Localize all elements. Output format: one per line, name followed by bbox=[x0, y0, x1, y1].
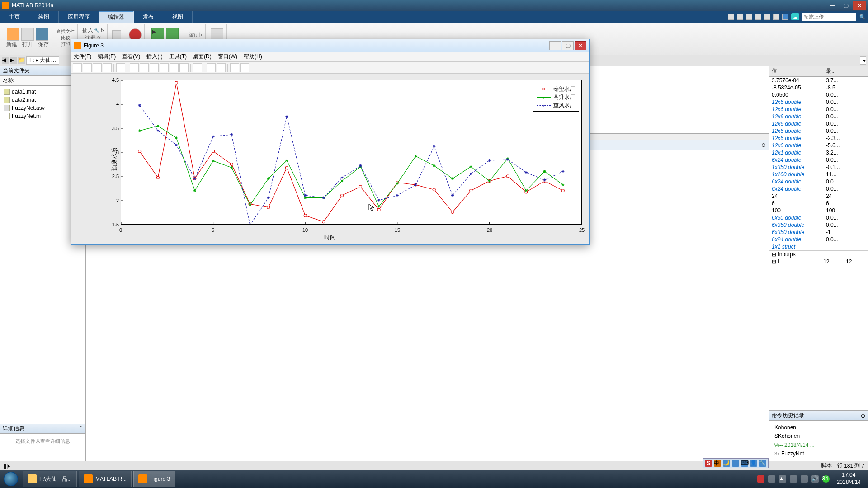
tab-home[interactable]: 主页 bbox=[0, 11, 29, 23]
goto-icon[interactable] bbox=[112, 30, 121, 39]
tray-icon[interactable] bbox=[757, 475, 764, 483]
fig-pan-icon[interactable] bbox=[150, 63, 159, 72]
taskbar-item[interactable]: F:\大仙一品... bbox=[23, 471, 77, 487]
doc-search[interactable]: 🔍 bbox=[859, 13, 866, 21]
figure-titlebar[interactable]: Figure 3 — ▢ ✕ bbox=[71, 39, 589, 52]
fig-layout-icon[interactable] bbox=[240, 63, 249, 72]
chart-axes[interactable] bbox=[121, 80, 582, 225]
fig-new-icon[interactable] bbox=[73, 63, 82, 72]
details-collapse-icon[interactable]: ˅ bbox=[80, 426, 83, 432]
forward-icon[interactable]: ▶ bbox=[10, 57, 17, 64]
fig-minimize-button[interactable]: — bbox=[549, 41, 561, 50]
workspace-row[interactable]: 12x6 double0.0... bbox=[769, 99, 868, 106]
start-button[interactable] bbox=[0, 470, 22, 488]
menu-help[interactable]: 帮助(H) bbox=[244, 53, 262, 61]
fig-maximize-button[interactable]: ▢ bbox=[562, 41, 574, 50]
fig-zoomin-icon[interactable] bbox=[130, 63, 139, 72]
history-item[interactable]: Kohonen bbox=[774, 423, 863, 432]
menu-window[interactable]: 窗口(W) bbox=[218, 53, 237, 61]
tray-volume-icon[interactable]: 🔊 bbox=[811, 475, 819, 483]
ime-toolbar[interactable]: S 中 🌙 ⌨ 👤 🔧 bbox=[703, 458, 769, 468]
taskbar-item[interactable]: MATLAB R... bbox=[79, 471, 132, 487]
up-icon[interactable]: 📁 bbox=[18, 57, 25, 64]
ime-icon[interactable]: 中 bbox=[714, 460, 721, 467]
workspace-row[interactable]: 6x24 double0.0... bbox=[769, 185, 868, 192]
tab-editor[interactable]: 编辑器 bbox=[99, 11, 134, 23]
menu-file[interactable]: 文件(F) bbox=[74, 53, 91, 61]
cloud-upload-label[interactable]: 拓施上传 bbox=[802, 13, 856, 21]
back-icon[interactable]: ◀ bbox=[2, 57, 9, 64]
run-section-label[interactable]: 运行节 bbox=[189, 32, 203, 38]
path-field[interactable]: F: ▸ 大仙… bbox=[26, 56, 59, 65]
menu-tools[interactable]: 工具(T) bbox=[169, 53, 187, 61]
workspace-row[interactable]: 0.05000.0... bbox=[769, 91, 868, 99]
path-dropdown[interactable]: ▾ bbox=[860, 56, 866, 65]
ime-icon[interactable]: 👤 bbox=[750, 460, 757, 467]
fig-close-button[interactable]: ✕ bbox=[575, 41, 586, 50]
quick-icon[interactable] bbox=[755, 14, 761, 20]
history-item[interactable]: %-- 2018/4/14 ... bbox=[774, 441, 863, 450]
tray-icon[interactable] bbox=[768, 475, 775, 483]
close-button[interactable]: ✕ bbox=[853, 1, 866, 10]
ime-icon[interactable]: 🔧 bbox=[759, 460, 766, 467]
menu-insert[interactable]: 插入(I) bbox=[146, 53, 162, 61]
col-value[interactable]: 值 bbox=[769, 66, 823, 76]
open-icon[interactable] bbox=[21, 28, 34, 41]
insert-label[interactable]: 插入 bbox=[82, 27, 93, 33]
menu-view[interactable]: 查看(V) bbox=[122, 53, 140, 61]
workspace-row[interactable]: 12x6 double0.0... bbox=[769, 113, 868, 120]
fig-datacursor-icon[interactable] bbox=[170, 63, 179, 72]
history-options-icon[interactable]: ⊙ bbox=[861, 413, 865, 419]
fig-rotate-icon[interactable] bbox=[160, 63, 169, 72]
ime-icon[interactable]: ⌨ bbox=[741, 460, 748, 467]
taskbar-clock[interactable]: 17:04 2018/4/14 bbox=[833, 472, 864, 486]
col-name-label[interactable]: 名称 bbox=[3, 77, 14, 84]
ime-icon[interactable] bbox=[732, 460, 739, 467]
print-label[interactable]: 打印 bbox=[61, 41, 70, 47]
workspace-row[interactable]: 6x350 double-1 bbox=[769, 229, 868, 236]
tray-icon[interactable]: ▲ bbox=[779, 475, 786, 483]
fig-brush-icon[interactable] bbox=[179, 63, 189, 72]
workspace-row[interactable]: 6x24 double0.0... bbox=[769, 178, 868, 185]
fig-zoomout-icon[interactable] bbox=[140, 63, 149, 72]
quick-icon[interactable] bbox=[737, 14, 743, 20]
new-icon[interactable] bbox=[7, 28, 19, 41]
workspace-row[interactable]: 12x6 double-5.6... bbox=[769, 142, 868, 149]
cloud-icon[interactable]: ☁ bbox=[791, 13, 799, 20]
maximize-button[interactable]: ▢ bbox=[839, 1, 853, 10]
taskbar-item[interactable]: Figure 3 bbox=[133, 471, 175, 487]
ws-extra-row[interactable]: ⊞i 12 12 bbox=[769, 258, 868, 265]
fig-link-icon[interactable] bbox=[193, 63, 202, 72]
compare-label[interactable]: 比较 bbox=[61, 35, 70, 41]
fig-colorbar-icon[interactable] bbox=[207, 63, 216, 72]
quick-icon[interactable] bbox=[764, 14, 770, 20]
chart-legend[interactable]: 秦玺水厂 *高升水厂 *重风水厂 bbox=[533, 83, 579, 112]
fig-save-icon[interactable] bbox=[93, 63, 102, 72]
tray-battery-icon[interactable] bbox=[801, 475, 808, 483]
workspace-row[interactable]: 6x50 double0.0... bbox=[769, 214, 868, 221]
quick-icon[interactable] bbox=[746, 14, 752, 20]
save-icon[interactable] bbox=[36, 28, 48, 41]
workspace-row[interactable]: 1x1 struct bbox=[769, 243, 868, 250]
workspace-row[interactable]: 12x6 double0.0... bbox=[769, 127, 868, 135]
ime-icon[interactable]: 🌙 bbox=[723, 460, 730, 467]
fig-open-icon[interactable] bbox=[83, 63, 92, 72]
workspace-row[interactable]: 1x100 double11... bbox=[769, 171, 868, 178]
tray-icon[interactable]: 34 bbox=[822, 475, 830, 483]
workspace-row[interactable]: 6x350 double0.0... bbox=[769, 221, 868, 229]
workspace-row[interactable]: 3.7576e-043.7... bbox=[769, 77, 868, 84]
workspace-row[interactable]: 6x24 double0.0... bbox=[769, 236, 868, 243]
workspace-row[interactable]: 12x6 double0.0... bbox=[769, 106, 868, 113]
ws-extra-row[interactable]: ⊞inputps bbox=[769, 250, 868, 258]
quick-icon[interactable] bbox=[773, 14, 779, 20]
sogou-icon[interactable]: S bbox=[705, 460, 712, 467]
workspace-row[interactable]: 12x6 double-2.3... bbox=[769, 135, 868, 142]
workspace-row[interactable]: 100100 bbox=[769, 207, 868, 214]
workspace-row[interactable]: 66 bbox=[769, 200, 868, 207]
tab-plot[interactable]: 绘图 bbox=[29, 11, 59, 23]
help-icon[interactable] bbox=[782, 14, 788, 20]
menu-edit[interactable]: 编辑(E) bbox=[98, 53, 116, 61]
tab-apps[interactable]: 应用程序 bbox=[59, 11, 99, 23]
workspace-row[interactable]: 6x24 double0.0... bbox=[769, 156, 868, 164]
find-files-label[interactable]: 查找文件 bbox=[57, 28, 75, 35]
